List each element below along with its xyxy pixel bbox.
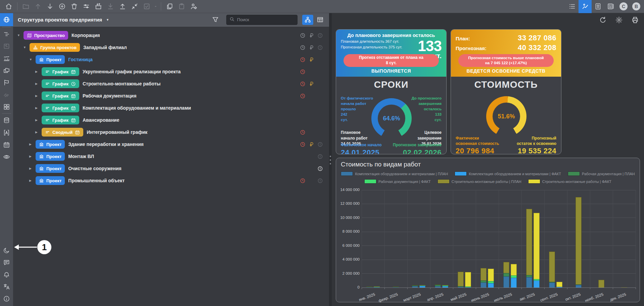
node-type-badge[interactable]: График — [42, 104, 79, 112]
tree-row[interactable]: ▶ПроектПромышленный объект — [13, 175, 329, 187]
collapse-arrow-icon[interactable]: ▼ — [29, 58, 34, 61]
deadline-status-icon[interactable] — [298, 56, 307, 63]
search-box[interactable] — [226, 15, 297, 25]
collapse-arrow-icon[interactable]: ▼ — [23, 46, 28, 49]
tree-row[interactable]: ▶ГрафикАвансирование — [13, 114, 329, 126]
deadline-status-icon[interactable] — [298, 129, 307, 135]
expand-arrow-icon[interactable]: ▶ — [35, 70, 40, 73]
legend-item[interactable]: Рабочая документация | ФАКТ — [364, 179, 431, 184]
expand-arrow-icon[interactable]: ▶ — [29, 179, 34, 182]
report-icon[interactable] — [607, 2, 615, 10]
deadline-status-icon[interactable] — [298, 93, 307, 99]
tree-row[interactable]: ▶ПроектОчистные сооружения — [13, 162, 329, 175]
refresh-icon[interactable] — [598, 15, 607, 24]
expand-arrow-icon[interactable]: ▶ — [35, 106, 40, 110]
user-badge-b-icon[interactable]: B — [632, 2, 640, 10]
collapse-arrow-icon[interactable]: ▼ — [17, 34, 22, 37]
deadline-status-icon[interactable] — [298, 32, 307, 38]
node-type-badge[interactable]: График — [42, 67, 79, 76]
node-name[interactable]: Корпорация — [72, 33, 100, 38]
node-type-badge[interactable]: Проект — [36, 176, 65, 185]
sidebar-globe-icon[interactable] — [0, 13, 13, 26]
plan-bar[interactable] — [393, 286, 399, 288]
add-circle-icon[interactable] — [58, 2, 66, 10]
plan-bar[interactable] — [503, 262, 509, 288]
analytics-icon[interactable] — [579, 0, 592, 13]
legend-item[interactable]: Строительно-монтажные работы | ФАКТ — [528, 179, 611, 184]
sidebar-translate-icon[interactable] — [0, 280, 13, 293]
node-type-badge[interactable]: Сводный — [42, 128, 83, 137]
box-receive-icon[interactable] — [94, 2, 102, 10]
node-name[interactable]: Интегрированный график — [87, 129, 147, 135]
deadline-status-icon[interactable] — [298, 178, 307, 184]
tree-row[interactable]: ▼ПроектГостиница — [13, 53, 329, 66]
info-status-icon[interactable] — [316, 153, 324, 159]
expand-arrow-icon[interactable]: ▶ — [29, 155, 34, 158]
plan-bar[interactable] — [549, 252, 555, 288]
legend-item[interactable]: Строительно-монтажные работы | ПЛАН — [438, 179, 521, 184]
info-status-icon[interactable] — [316, 141, 324, 147]
cost-status-icon[interactable] — [307, 81, 316, 87]
fact-bar[interactable] — [442, 285, 448, 288]
sidebar-moon-icon[interactable] — [0, 244, 13, 256]
node-name[interactable]: Монтаж ВЛ — [68, 154, 94, 159]
node-type-badge[interactable]: Группа проектов — [30, 43, 80, 52]
expand-arrow-icon[interactable]: ▶ — [35, 130, 40, 134]
home-icon[interactable] — [5, 2, 13, 10]
user-settings-icon[interactable] — [190, 2, 198, 10]
fact-bar[interactable] — [374, 286, 380, 288]
plan-bar[interactable] — [435, 284, 441, 288]
panel-title-dropdown-caret[interactable]: ▼ — [106, 18, 109, 22]
cost-status-icon[interactable] — [307, 44, 316, 50]
plan-bar[interactable] — [621, 287, 627, 288]
deadline-status-icon[interactable] — [298, 69, 307, 75]
plan-bar[interactable] — [366, 286, 372, 288]
splitter-handle[interactable] — [330, 156, 331, 164]
deadline-status-icon[interactable] — [298, 141, 307, 147]
expand-arrow-icon[interactable]: ▶ — [35, 118, 40, 122]
plan-bar[interactable] — [412, 285, 418, 288]
deadline-status-icon[interactable] — [298, 44, 307, 50]
arrow-down-icon[interactable] — [46, 2, 54, 10]
list-icon[interactable] — [568, 2, 576, 10]
fact-bar[interactable] — [488, 269, 494, 288]
info-status-icon[interactable] — [316, 44, 324, 50]
sidebar-eye-icon[interactable] — [0, 151, 13, 163]
sliders-icon[interactable] — [82, 2, 90, 10]
sidebar-folders-icon[interactable] — [0, 64, 13, 76]
info-status-icon[interactable] — [316, 165, 324, 171]
cost-status-icon[interactable] — [307, 56, 316, 63]
expand-arrow-icon[interactable]: ▶ — [35, 94, 40, 98]
node-name[interactable]: Укрупненный график реализации проекта — [83, 69, 181, 74]
legend-item[interactable]: Комплектация оборудованием и материалами… — [341, 171, 448, 176]
plan-bar[interactable] — [598, 280, 604, 288]
tree-row[interactable]: ▶СводныйИнтегрированный график — [13, 126, 329, 138]
fact-bar[interactable] — [419, 285, 425, 288]
tree-row[interactable]: ▶ГрафикУкрупненный график реализации про… — [13, 66, 329, 78]
sidebar-flag-icon[interactable] — [0, 76, 13, 88]
sidebar-bell-icon[interactable] — [0, 268, 13, 280]
user-badge-c-icon[interactable]: C — [619, 2, 628, 10]
tree-row[interactable]: ▶ГрафикКомплектация оборудованием и мате… — [13, 102, 329, 114]
tree-row[interactable]: ▶ПроектМонтаж ВЛ — [13, 150, 329, 162]
legend-item[interactable]: Рабочая документация | ПЛАН — [568, 171, 635, 176]
sidebar-calendar-icon[interactable] — [0, 139, 13, 151]
fact-bar[interactable] — [465, 272, 471, 288]
expand-arrow-icon[interactable]: ▶ — [35, 82, 40, 85]
search-input[interactable] — [237, 17, 296, 22]
info-status-icon[interactable] — [316, 32, 324, 38]
node-type-badge[interactable]: График — [42, 116, 79, 124]
tree-row[interactable]: ▶ПроектЗдание переработки и хранения — [13, 138, 329, 150]
sidebar-structure-lines-icon[interactable] — [0, 28, 13, 40]
plan-bar[interactable] — [458, 272, 464, 288]
tree-row[interactable]: ▶ГрафикСтроительно-монтажные работы — [13, 78, 329, 90]
passport-icon[interactable] — [594, 2, 602, 10]
sidebar-chat-icon[interactable] — [0, 256, 13, 268]
fact-bar[interactable] — [534, 213, 540, 288]
node-name[interactable]: Рабочая документация — [83, 93, 136, 99]
trash-icon[interactable] — [70, 2, 78, 10]
fact-bar[interactable] — [511, 264, 517, 288]
sidebar-text-a-icon[interactable] — [0, 126, 13, 139]
plan-bar[interactable] — [480, 268, 487, 288]
tree-row[interactable]: ▼ПространствоКорпорация — [13, 29, 329, 41]
